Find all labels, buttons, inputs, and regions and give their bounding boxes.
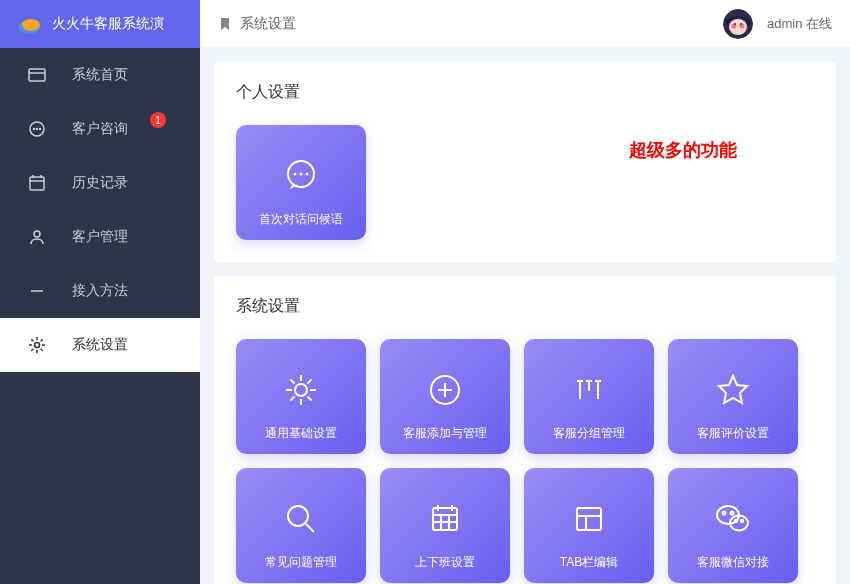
dash-icon [28, 282, 46, 300]
sidebar-item-settings[interactable]: 系统设置 [0, 318, 200, 372]
sidebar-item-consult[interactable]: 客户咨询 1 [0, 102, 200, 156]
svg-point-14 [35, 343, 40, 348]
grid-icon [568, 369, 610, 411]
svg-rect-8 [30, 177, 44, 190]
sidebar-item-label: 接入方法 [72, 282, 128, 300]
wechat-icon [712, 498, 754, 540]
svg-rect-44 [577, 508, 601, 530]
svg-point-5 [34, 129, 35, 130]
sidebar-item-label: 系统设置 [72, 336, 128, 354]
svg-point-52 [741, 520, 743, 522]
svg-point-35 [288, 506, 308, 526]
user-area[interactable]: admin 在线 [723, 9, 832, 39]
window-icon [28, 66, 46, 84]
svg-rect-2 [29, 69, 45, 81]
main-area: 系统设置 admin 在线 个人设置 超级多的功能 首次对话问候语 系统设置 [200, 0, 850, 584]
svg-point-49 [723, 512, 726, 515]
logo-icon [16, 14, 42, 34]
card-schedule[interactable]: 上下班设置 [380, 468, 510, 583]
topbar: 系统设置 admin 在线 [200, 0, 850, 48]
card-greeting[interactable]: 首次对话问候语 [236, 125, 366, 240]
card-label: TAB栏编辑 [560, 554, 618, 571]
bookmark-icon [218, 17, 232, 31]
svg-point-1 [22, 19, 40, 31]
sidebar-item-label: 历史记录 [72, 174, 128, 192]
gear-icon [28, 336, 46, 354]
sidebar-item-customers[interactable]: 客户管理 [0, 210, 200, 264]
sidebar-item-label: 系统首页 [72, 66, 128, 84]
svg-point-51 [735, 520, 737, 522]
chat-bubble-icon [280, 155, 322, 197]
svg-point-16 [729, 19, 747, 35]
card-label: 首次对话问候语 [259, 211, 343, 228]
gear-icon [280, 369, 322, 411]
svg-line-36 [306, 524, 314, 532]
svg-point-25 [295, 384, 307, 396]
card-tab-edit[interactable]: TAB栏编辑 [524, 468, 654, 583]
person-icon [28, 228, 46, 246]
card-grid-system: 通用基础设置 客服添加与管理 客服分组管理 客服评价设置 常见问题管理 [236, 339, 814, 583]
svg-point-7 [40, 129, 41, 130]
sidebar-item-home[interactable]: 系统首页 [0, 48, 200, 102]
card-group-manage[interactable]: 客服分组管理 [524, 339, 654, 454]
svg-point-22 [294, 173, 297, 176]
card-wechat[interactable]: 客服微信对接 [668, 468, 798, 583]
svg-point-12 [34, 231, 40, 237]
panel-title: 个人设置 [236, 82, 814, 103]
card-label: 客服添加与管理 [403, 425, 487, 442]
breadcrumb: 系统设置 [218, 15, 296, 33]
svg-point-20 [740, 23, 742, 25]
panel-system: 系统设置 通用基础设置 客服添加与管理 客服分组管理 客服评价设置 [214, 276, 836, 584]
content: 个人设置 超级多的功能 首次对话问候语 系统设置 通用基础设置 客服添加与管理 [200, 48, 850, 584]
chat-icon [28, 120, 46, 138]
svg-point-23 [300, 173, 303, 176]
calendar-grid-icon [424, 498, 466, 540]
sidebar: 火火牛客服系统演 系统首页 客户咨询 1 历史记录 客户管理 接入方法 系统设置 [0, 0, 200, 584]
card-label: 客服微信对接 [697, 554, 769, 571]
star-icon [712, 369, 754, 411]
card-label: 通用基础设置 [265, 425, 337, 442]
sidebar-item-label: 客户管理 [72, 228, 128, 246]
sidebar-item-label: 客户咨询 [72, 120, 128, 138]
card-label: 客服分组管理 [553, 425, 625, 442]
card-label: 常见问题管理 [265, 554, 337, 571]
user-label: admin 在线 [767, 15, 832, 33]
card-label: 上下班设置 [415, 554, 475, 571]
plus-circle-icon [424, 369, 466, 411]
svg-point-19 [734, 23, 736, 25]
app-header: 火火牛客服系统演 [0, 0, 200, 48]
annotation-text: 超级多的功能 [629, 138, 737, 162]
panel-personal: 个人设置 超级多的功能 首次对话问候语 [214, 62, 836, 262]
card-label: 客服评价设置 [697, 425, 769, 442]
search-icon [280, 498, 322, 540]
panel-title: 系统设置 [236, 296, 814, 317]
layout-icon [568, 498, 610, 540]
svg-point-50 [731, 512, 734, 515]
card-rating[interactable]: 客服评价设置 [668, 339, 798, 454]
sidebar-item-access[interactable]: 接入方法 [0, 264, 200, 318]
svg-rect-37 [433, 508, 457, 530]
svg-point-6 [37, 129, 38, 130]
card-agent-manage[interactable]: 客服添加与管理 [380, 339, 510, 454]
sidebar-item-history[interactable]: 历史记录 [0, 156, 200, 210]
calendar-icon [28, 174, 46, 192]
badge: 1 [150, 112, 166, 128]
avatar [723, 9, 753, 39]
svg-point-24 [306, 173, 309, 176]
breadcrumb-text: 系统设置 [240, 15, 296, 33]
card-general-settings[interactable]: 通用基础设置 [236, 339, 366, 454]
app-title: 火火牛客服系统演 [52, 15, 164, 33]
card-faq[interactable]: 常见问题管理 [236, 468, 366, 583]
